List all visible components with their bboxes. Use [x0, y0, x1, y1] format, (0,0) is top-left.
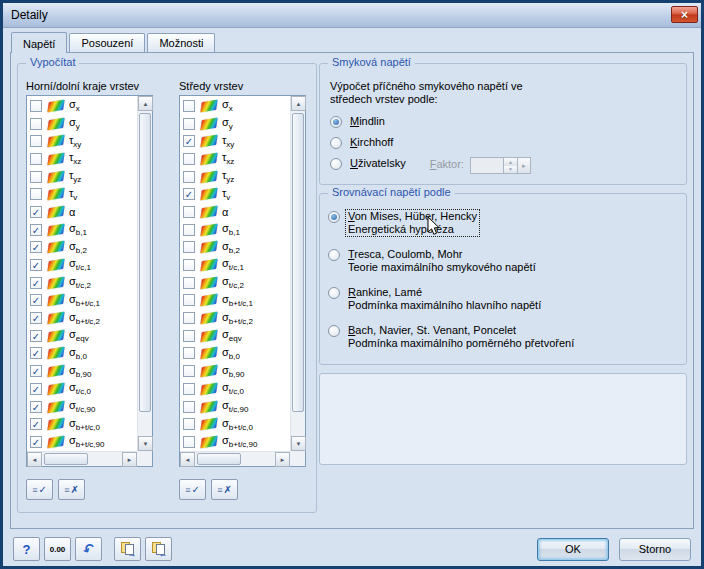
stress-item[interactable]: ✓σb,90 — [27, 362, 137, 380]
scroll-right-button[interactable]: ► — [275, 452, 290, 467]
stress-item[interactable]: τxz — [27, 150, 137, 168]
scroll-track[interactable] — [195, 452, 275, 466]
scroll-track[interactable] — [42, 452, 122, 466]
radio-option-von-mises[interactable]: Von Mises, Hüber, HenckyEnergetická hypo… — [328, 210, 678, 236]
spin-up-button[interactable]: ▲ — [504, 158, 517, 166]
checkbox[interactable] — [30, 153, 42, 165]
stress-item[interactable]: ✓σb+t/c,1 — [27, 292, 137, 310]
radio-option-mindlin[interactable]: Mindlin — [330, 115, 686, 128]
stress-item[interactable]: α — [180, 203, 290, 221]
titlebar[interactable]: Detaily × — [3, 3, 701, 28]
scroll-track[interactable] — [291, 111, 305, 436]
spin-down-button[interactable]: ▼ — [504, 166, 517, 174]
reset-defaults-button[interactable]: ↶ — [75, 537, 102, 561]
scroll-up-button[interactable]: ▲ — [291, 96, 306, 111]
save-default-button[interactable]: → — [114, 537, 141, 561]
stress-item[interactable]: ✓σb,1 — [27, 221, 137, 239]
radio-button[interactable] — [328, 325, 340, 337]
checkbox[interactable] — [30, 188, 42, 200]
radio-option-tresca[interactable]: Tresca, Coulomb, MohrTeorie maximálního … — [328, 248, 678, 274]
vertical-scrollbar[interactable]: ▲▼ — [137, 96, 152, 451]
close-button[interactable]: × — [671, 6, 698, 23]
tab-posouzeni[interactable]: Posouzení — [69, 33, 145, 52]
stress-item[interactable]: ✓τv — [180, 185, 290, 203]
radio-option-kirchhoff[interactable]: Kirchhoff — [330, 136, 686, 149]
checkbox[interactable] — [30, 118, 42, 130]
radio-button[interactable] — [330, 158, 342, 170]
tab-napeti[interactable]: Napětí — [11, 32, 67, 53]
stress-item[interactable]: ✓σt/c,0 — [27, 380, 137, 398]
checkbox[interactable]: ✓ — [183, 188, 195, 200]
checkbox[interactable] — [183, 259, 195, 271]
checkbox[interactable]: ✓ — [30, 401, 42, 413]
spin-expand-button[interactable]: ► — [518, 157, 531, 174]
select-all-button[interactable]: ≡✓ — [179, 479, 206, 500]
scroll-right-button[interactable]: ► — [122, 452, 137, 467]
stress-item[interactable]: ✓σt/c,90 — [27, 398, 137, 416]
checkbox[interactable] — [183, 100, 195, 112]
checkbox[interactable] — [183, 153, 195, 165]
vertical-scrollbar[interactable]: ▲▼ — [290, 96, 305, 451]
stress-item[interactable]: σb,0 — [180, 345, 290, 363]
stress-item[interactable]: ✓σb+t/c,0 — [27, 415, 137, 433]
stress-item[interactable]: σy — [180, 115, 290, 133]
stress-item[interactable]: σb,90 — [180, 362, 290, 380]
checkbox[interactable]: ✓ — [30, 365, 42, 377]
checkbox[interactable] — [183, 365, 195, 377]
checkbox[interactable]: ✓ — [30, 294, 42, 306]
stress-item[interactable]: σb,2 — [180, 239, 290, 257]
checkbox[interactable]: ✓ — [30, 383, 42, 395]
checkbox[interactable] — [183, 347, 195, 359]
checkbox[interactable] — [30, 171, 42, 183]
stress-item[interactable]: σt/c,1 — [180, 256, 290, 274]
stress-item[interactable]: σt/c,2 — [180, 274, 290, 292]
radio-option-rankine[interactable]: Rankine, LaméPodmínka maximálního hlavní… — [328, 286, 678, 312]
checkbox[interactable] — [183, 401, 195, 413]
checkbox[interactable]: ✓ — [30, 277, 42, 289]
horizontal-scrollbar[interactable]: ◄► — [27, 451, 137, 466]
stress-item[interactable]: τxy — [27, 132, 137, 150]
stress-item[interactable]: σb,1 — [180, 221, 290, 239]
deselect-all-button[interactable]: ≡✗ — [211, 479, 238, 500]
stress-item[interactable]: σb+t/c,2 — [180, 309, 290, 327]
radio-button[interactable] — [328, 211, 340, 223]
checkbox[interactable] — [183, 383, 195, 395]
checkbox[interactable]: ✓ — [30, 418, 42, 430]
scroll-thumb[interactable] — [44, 453, 88, 465]
checkbox[interactable] — [30, 100, 42, 112]
stress-item[interactable]: τyz — [27, 168, 137, 186]
stress-item[interactable]: ✓σb,0 — [27, 345, 137, 363]
scroll-down-button[interactable]: ▼ — [291, 436, 306, 451]
stress-item[interactable]: σeqv — [180, 327, 290, 345]
scroll-thumb[interactable] — [139, 113, 151, 412]
stress-item[interactable]: ✓σt/c,1 — [27, 256, 137, 274]
load-default-button[interactable]: ← — [145, 537, 172, 561]
checkbox[interactable] — [30, 135, 42, 147]
stress-item[interactable]: σt/c,0 — [180, 380, 290, 398]
select-all-button[interactable]: ≡✓ — [26, 479, 53, 500]
stress-item[interactable]: ✓σeqv — [27, 327, 137, 345]
stress-item[interactable]: σx — [180, 97, 290, 115]
stress-item[interactable]: ✓σb+t/c,2 — [27, 309, 137, 327]
stress-item[interactable]: σb+t/c,90 — [180, 433, 290, 451]
units-button[interactable]: 0.00 — [44, 537, 71, 561]
stress-item[interactable]: σx — [27, 97, 137, 115]
radio-button[interactable] — [328, 287, 340, 299]
scroll-up-button[interactable]: ▲ — [138, 96, 153, 111]
tab-moznosti[interactable]: Možnosti — [147, 33, 215, 52]
checkbox[interactable] — [183, 418, 195, 430]
cancel-button[interactable]: Storno — [619, 538, 691, 561]
checkbox[interactable] — [183, 277, 195, 289]
stress-item[interactable]: ✓σb,2 — [27, 239, 137, 257]
checkbox[interactable] — [183, 224, 195, 236]
help-button[interactable]: ? — [13, 537, 40, 561]
checkbox[interactable]: ✓ — [183, 135, 195, 147]
checkbox[interactable]: ✓ — [30, 259, 42, 271]
stress-item[interactable]: σt/c,90 — [180, 398, 290, 416]
checkbox[interactable] — [183, 241, 195, 253]
scroll-thumb[interactable] — [292, 113, 304, 412]
stress-item[interactable]: ✓α — [27, 203, 137, 221]
checkbox[interactable] — [183, 206, 195, 218]
checkbox[interactable] — [183, 118, 195, 130]
checkbox[interactable]: ✓ — [30, 241, 42, 253]
